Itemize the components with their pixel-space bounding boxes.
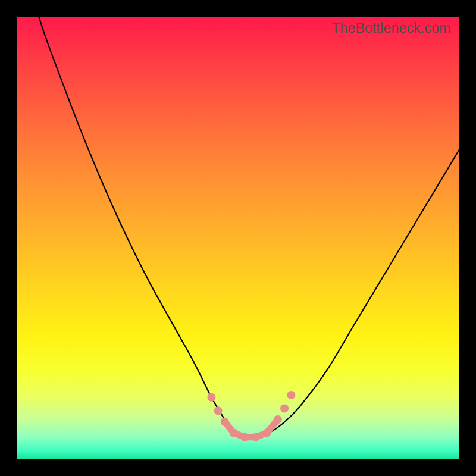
marker-dot bbox=[252, 433, 260, 441]
marker-dot bbox=[262, 428, 271, 437]
curve-svg bbox=[17, 17, 459, 459]
marker-dot bbox=[240, 433, 249, 441]
marker-dot bbox=[221, 418, 229, 426]
marker-dot bbox=[214, 406, 223, 415]
chart-frame: TheBottleneck.com bbox=[0, 0, 476, 476]
marker-dot bbox=[274, 415, 282, 424]
marker-dot bbox=[280, 404, 289, 412]
bottleneck-curve bbox=[17, 17, 459, 438]
marker-dot bbox=[230, 428, 238, 437]
watermark-label: TheBottleneck.com bbox=[332, 20, 451, 36]
plot-area: TheBottleneck.com bbox=[17, 17, 459, 459]
marker-group bbox=[207, 391, 295, 441]
marker-dot bbox=[207, 393, 215, 402]
marker-dot bbox=[287, 391, 295, 399]
